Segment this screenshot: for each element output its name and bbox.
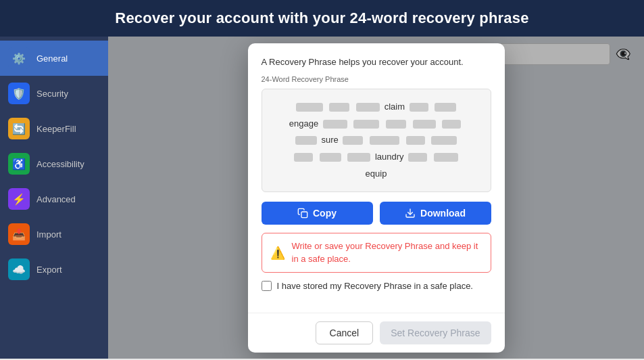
phrase-word-laundry: laundry: [375, 152, 404, 162]
warning-text: Write or save your Recovery Phrase and k…: [292, 240, 482, 265]
blurred-word: [431, 136, 457, 145]
sidebar-label-general: General: [36, 53, 68, 64]
keeperfill-icon: 🔄: [8, 118, 30, 139]
recovery-phrase-box: claim engage: [262, 89, 491, 192]
stored-checkbox[interactable]: [262, 281, 272, 291]
download-button[interactable]: Download: [380, 202, 491, 225]
dialog-footer: Cancel Set Recovery Phrase: [248, 313, 505, 353]
blurred-word: [343, 136, 363, 145]
blurred-word: [353, 120, 379, 129]
svg-rect-0: [301, 212, 307, 218]
action-buttons: Copy Download: [262, 202, 491, 225]
banner-text: Recover your account with your 24-word r…: [115, 9, 528, 26]
blurred-word: [386, 120, 406, 129]
blurred-word: [408, 153, 427, 162]
phrase-word-claim: claim: [385, 102, 405, 112]
sidebar: ⚙️ General 🛡️ Security 🔄 KeeperFill ♿ Ac…: [0, 37, 108, 359]
phrase-line-1: claim: [273, 99, 480, 116]
warning-icon: ⚠️: [270, 246, 285, 261]
sidebar-label-keeperfill: KeeperFill: [36, 124, 76, 134]
sidebar-item-general[interactable]: ⚙️ General: [0, 41, 108, 76]
sidebar-label-advanced: Advanced: [36, 194, 76, 204]
phrase-line-4: laundry: [273, 149, 480, 166]
sidebar-item-advanced[interactable]: ⚡ Advanced: [0, 181, 108, 217]
warning-box: ⚠️ Write or save your Recovery Phrase an…: [262, 233, 491, 272]
phrase-line-5: equip: [273, 166, 480, 183]
download-icon: [405, 208, 416, 219]
blurred-word: [294, 153, 313, 162]
blurred-word: [320, 153, 341, 162]
general-icon: ⚙️: [8, 47, 30, 69]
blurred-word: [329, 103, 349, 112]
checkbox-row: I have stored my Recovery Phrase in a sa…: [262, 281, 491, 291]
copy-label: Copy: [313, 208, 337, 219]
dialog-description: A Recovery Phrase helps you recover your…: [262, 57, 491, 67]
blurred-word: [442, 120, 461, 129]
phrase-line-2: engage: [273, 116, 480, 133]
blurred-word: [413, 120, 436, 129]
phrase-word-sure: sure: [321, 135, 338, 145]
blurred-word: [356, 103, 380, 112]
sidebar-item-export[interactable]: ☁️ Export: [0, 252, 108, 287]
top-banner: Recover your account with your 24-word r…: [0, 0, 644, 37]
phrase-word-equip: equip: [366, 168, 387, 179]
download-label: Download: [420, 208, 466, 219]
copy-button[interactable]: Copy: [262, 202, 373, 225]
recovery-phrase-dialog: A Recovery Phrase helps you recover your…: [248, 43, 505, 353]
dialog-body: A Recovery Phrase helps you recover your…: [248, 43, 505, 313]
blurred-word: [296, 103, 323, 112]
dialog-overlay: A Recovery Phrase helps you recover your…: [108, 37, 644, 359]
sidebar-label-import: Import: [36, 229, 61, 240]
security-icon: 🛡️: [8, 83, 30, 104]
content-area: 👁️‍🗨️ A Recovery Phrase helps you recove…: [108, 37, 644, 359]
sidebar-label-export: Export: [36, 265, 62, 275]
blurred-word: [370, 136, 399, 145]
sidebar-item-security[interactable]: 🛡️ Security: [0, 76, 108, 111]
sidebar-item-import[interactable]: 📥 Import: [0, 217, 108, 252]
blurred-word: [410, 103, 428, 112]
cancel-button[interactable]: Cancel: [316, 321, 374, 344]
set-recovery-button[interactable]: Set Recovery Phrase: [380, 321, 491, 344]
blurred-word: [347, 153, 370, 162]
sidebar-item-accessibility[interactable]: ♿ Accessibility: [0, 146, 108, 181]
sidebar-label-security: Security: [36, 89, 68, 99]
phrase-word-engage: engage: [289, 118, 318, 129]
import-icon: 📥: [8, 223, 30, 245]
blurred-word: [406, 136, 425, 145]
accessibility-icon: ♿: [8, 153, 30, 175]
advanced-icon: ⚡: [8, 188, 30, 210]
sidebar-item-keeperfill[interactable]: 🔄 KeeperFill: [0, 111, 108, 146]
blurred-word: [295, 136, 317, 145]
copy-icon: [297, 208, 308, 219]
blurred-word: [435, 103, 456, 112]
blurred-word: [434, 153, 458, 162]
export-icon: ☁️: [8, 258, 30, 280]
main-layout: ⚙️ General 🛡️ Security 🔄 KeeperFill ♿ Ac…: [0, 37, 644, 359]
blurred-word: [323, 120, 347, 129]
sidebar-label-accessibility: Accessibility: [36, 159, 84, 169]
phrase-line-3: sure: [273, 132, 480, 149]
dialog-section-label: 24-Word Recovery Phrase: [262, 75, 491, 83]
checkbox-label[interactable]: I have stored my Recovery Phrase in a sa…: [277, 281, 473, 291]
